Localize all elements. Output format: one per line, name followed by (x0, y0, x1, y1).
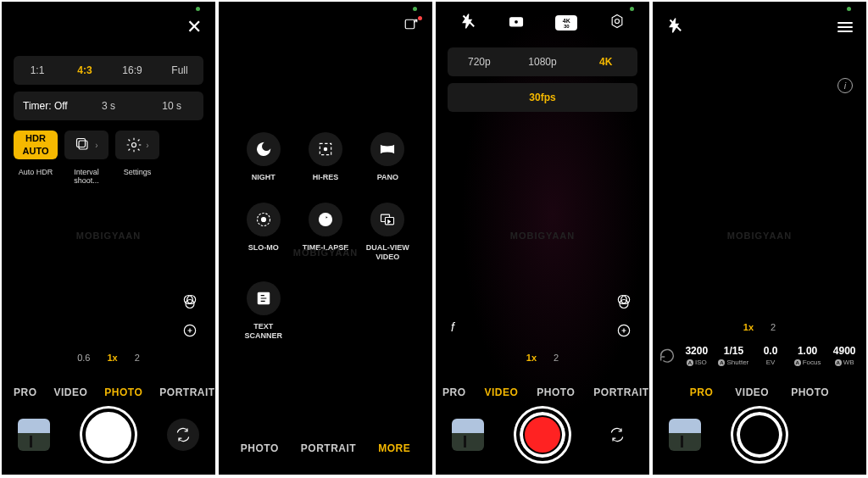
ai-enhance-icon[interactable] (615, 322, 632, 339)
param-shutter[interactable]: 1/15AShutter (717, 345, 751, 366)
mode-pro[interactable]: PRO (14, 386, 37, 398)
timelapse-icon (317, 211, 334, 228)
mode-video[interactable]: VIDEO (54, 386, 88, 398)
res-1080p[interactable]: 1080p (511, 56, 575, 68)
gallery-thumbnail[interactable] (452, 419, 484, 451)
notification-dot (418, 16, 422, 20)
settings-button[interactable]: › (115, 131, 159, 159)
pro-params-row: 3200AISO 1/15AShutter 0.0EV 1.00AFocus 4… (653, 345, 866, 366)
switch-camera-icon (175, 426, 192, 443)
mode-label: TEXT SCANNER (244, 322, 282, 341)
mode-photo[interactable]: PHOTO (104, 386, 142, 398)
mode-video[interactable]: VIDEO (735, 386, 769, 398)
mode-label: SLO-MO (248, 243, 279, 253)
res-720p[interactable]: 720p (448, 56, 511, 68)
timer-10s[interactable]: 10 s (140, 100, 203, 112)
mode-portrait[interactable]: PORTRAIT (159, 386, 214, 398)
watermark: MOBIGYAAN (510, 231, 575, 241)
zoom-2[interactable]: 2 (771, 322, 776, 332)
gallery-thumbnail[interactable] (18, 419, 50, 451)
zoom-2[interactable]: 2 (135, 353, 140, 363)
mode-strip[interactable]: PRO VIDEO PHOTO (653, 386, 866, 398)
param-ev[interactable]: 0.0EV (754, 345, 787, 366)
flash-button[interactable] (459, 13, 476, 33)
hdr-button[interactable]: HDR AUTO (14, 131, 58, 159)
zoom-1x[interactable]: 1x (526, 353, 537, 363)
mode-portrait[interactable]: PORTRAIT (593, 386, 648, 398)
timer-off[interactable]: Timer: Off (14, 100, 77, 112)
slomo-icon (255, 211, 272, 228)
param-wb[interactable]: 4900AWB (827, 345, 861, 366)
mode-slo-mo[interactable]: SLO-MO (236, 203, 291, 262)
shutter-button[interactable] (733, 409, 786, 461)
mode-pano[interactable]: PANO (360, 132, 415, 182)
close-icon[interactable]: ✕ (186, 16, 202, 38)
mode-portrait[interactable]: PORTRAIT (301, 442, 356, 454)
ai-enhance-icon[interactable] (181, 322, 198, 339)
param-focus[interactable]: 1.00AFocus (791, 345, 825, 366)
shutter-button[interactable] (82, 409, 135, 461)
record-button[interactable] (516, 409, 569, 461)
aspect-16-9[interactable]: 16:9 (108, 64, 156, 76)
mode-label: TIME-LAPSE (303, 243, 349, 253)
mode-more[interactable]: MORE (378, 442, 410, 454)
mode-photo[interactable]: PHOTO (537, 386, 575, 398)
mode-photo[interactable]: PHOTO (791, 386, 829, 398)
switch-camera-button[interactable] (601, 419, 633, 451)
resolution-button[interactable]: 4K 30 (555, 15, 577, 31)
mode-night[interactable]: NIGHT (236, 132, 291, 182)
mode-pro[interactable]: PRO (690, 386, 714, 398)
res-sub: 30 (564, 24, 570, 29)
bottom-bar (2, 409, 215, 461)
zoom-2[interactable]: 2 (554, 353, 559, 363)
menu-button[interactable] (837, 22, 853, 32)
mode-video[interactable]: VIDEO (485, 386, 519, 398)
stack-icon (75, 136, 92, 153)
edit-icon (403, 18, 419, 33)
svg-point-17 (514, 19, 518, 24)
filters-icon[interactable] (615, 293, 632, 310)
resolution-badge: 4K 30 (555, 15, 577, 31)
chevron-right-icon: › (95, 141, 97, 150)
hdr-label: HDR (25, 134, 46, 143)
mode-photo[interactable]: PHOTO (241, 442, 279, 454)
hi-res-icon (317, 141, 334, 158)
aperture-button[interactable]: f (451, 320, 454, 334)
filters-icon[interactable] (181, 293, 198, 310)
mode-strip[interactable]: PRO VIDEO PHOTO PORTRAIT MORE (2, 386, 215, 398)
res-4k[interactable]: 4K (574, 56, 637, 68)
mode-time-lapse[interactable]: TIME-LAPSE (298, 203, 353, 262)
fps-30[interactable]: 30fps (529, 92, 555, 103)
hdr-toggle[interactable] (508, 13, 525, 33)
svg-point-9 (324, 147, 326, 150)
edit-modes-button[interactable] (403, 18, 419, 36)
timer-3s[interactable]: 3 s (77, 100, 141, 112)
switch-camera-button[interactable] (167, 419, 199, 451)
flash-button[interactable] (666, 17, 683, 37)
video-settings-button[interactable] (609, 13, 626, 33)
param-iso[interactable]: 3200AISO (680, 345, 714, 366)
gallery-thumbnail[interactable] (669, 419, 701, 451)
res-main: 4K (563, 18, 570, 24)
aspect-full[interactable]: Full (156, 64, 203, 76)
aspect-4-3[interactable]: 4:3 (61, 64, 108, 76)
fps-segment[interactable]: 30fps (448, 83, 637, 112)
info-button[interactable]: i (837, 78, 853, 93)
mode-pro[interactable]: PRO (442, 386, 466, 398)
aspect-1-1[interactable]: 1:1 (14, 64, 61, 76)
mode-hi-res[interactable]: HI-RES (298, 132, 353, 182)
interval-button[interactable]: › (64, 131, 108, 159)
mode-dual-view[interactable]: DUAL-VIEW VIDEO (360, 203, 415, 262)
zoom-0-6[interactable]: 0.6 (77, 353, 90, 363)
reset-params-icon[interactable] (658, 347, 676, 365)
screen-pro: i MOBIGYAAN 1x 2 3200AISO 1/15AShutter 0… (653, 2, 866, 475)
mode-strip[interactable]: PRO VIDEO PHOTO PORTRAIT (436, 386, 649, 398)
watermark: MOBIGYAAN (727, 231, 792, 241)
label-settings: Settings (115, 168, 159, 185)
flash-off-icon (666, 17, 683, 34)
mode-strip[interactable]: PHOTO PORTRAIT MORE (219, 442, 432, 454)
quick-settings-labels: Auto HDR Interval shoot... Settings (14, 168, 203, 185)
zoom-1x[interactable]: 1x (743, 322, 754, 332)
mode-text-scanner[interactable]: TEXT SCANNER (236, 281, 291, 341)
zoom-1x[interactable]: 1x (107, 353, 117, 363)
